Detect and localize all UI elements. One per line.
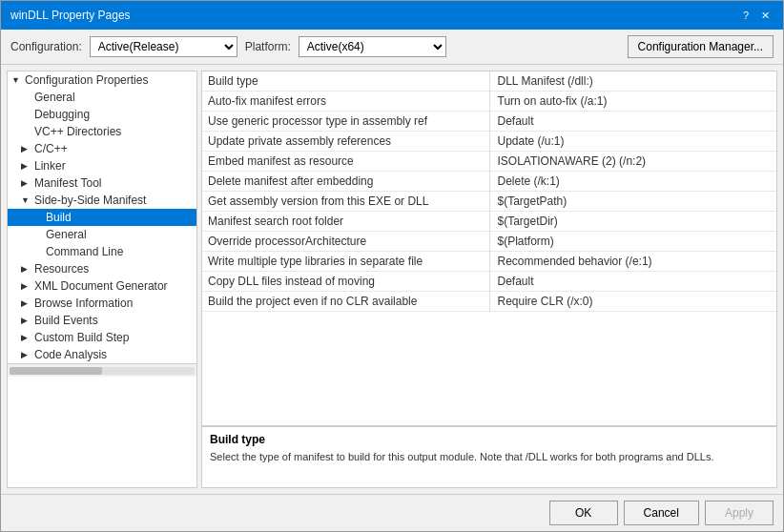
table-row[interactable]: Embed manifest as resourceISOLATIONAWARE… bbox=[202, 152, 776, 172]
ok-button[interactable]: OK bbox=[549, 501, 618, 525]
tree-label-config-props: Configuration Properties bbox=[25, 73, 148, 87]
tree-item-build-events[interactable]: ▶Build Events bbox=[8, 312, 196, 329]
table-row[interactable]: Get assembly version from this EXE or DL… bbox=[202, 192, 776, 212]
prop-name-2: Use generic processor type in assembly r… bbox=[202, 112, 489, 132]
table-row[interactable]: Use generic processor type in assembly r… bbox=[202, 112, 776, 132]
tree-item-debugging[interactable]: Debugging bbox=[8, 106, 196, 123]
tree-label-command-line: Command Line bbox=[46, 245, 123, 258]
prop-value-7: $(TargetDir) bbox=[489, 212, 776, 232]
platform-label: Platform: bbox=[245, 40, 291, 53]
tree-label-resources: Resources bbox=[34, 262, 89, 276]
prop-value-5: Delete (/k:1) bbox=[489, 172, 776, 192]
tree-item-code-analysis[interactable]: ▶Code Analysis bbox=[8, 346, 196, 363]
bottom-bar: OK Cancel Apply bbox=[1, 494, 783, 531]
tree-label-debugging: Debugging bbox=[34, 108, 90, 121]
hscroll-thumb bbox=[10, 367, 102, 375]
config-manager-button[interactable]: Configuration Manager... bbox=[628, 35, 774, 58]
tree-item-config-props[interactable]: ▼Configuration Properties bbox=[8, 72, 196, 89]
tree-arrow-manifest-tool: ▶ bbox=[21, 178, 32, 188]
tree-arrow-linker: ▶ bbox=[21, 161, 32, 171]
tree-arrow-xml-doc: ▶ bbox=[21, 281, 32, 291]
table-row[interactable]: Write multiple type libraries in separat… bbox=[202, 252, 776, 272]
prop-name-4: Embed manifest as resource bbox=[202, 152, 489, 172]
table-row[interactable]: Manifest search root folder$(TargetDir) bbox=[202, 212, 776, 232]
prop-name-3: Update private assembly references bbox=[202, 132, 489, 152]
help-button[interactable]: ? bbox=[737, 7, 754, 24]
tree-item-custom-build[interactable]: ▶Custom Build Step bbox=[8, 329, 196, 346]
title-bar-buttons: ? ✕ bbox=[737, 7, 774, 24]
tree-arrow-code-analysis: ▶ bbox=[21, 350, 32, 359]
table-row[interactable]: Build the project even if no CLR availab… bbox=[202, 292, 776, 312]
prop-name-10: Copy DLL files instead of moving bbox=[202, 272, 489, 292]
main-content: ▼Configuration PropertiesGeneralDebuggin… bbox=[1, 65, 783, 494]
prop-value-6: $(TargetPath) bbox=[489, 192, 776, 212]
tree-item-resources[interactable]: ▶Resources bbox=[8, 260, 196, 277]
config-label: Configuration: bbox=[10, 40, 82, 53]
tree-scroll-inner[interactable]: ▼Configuration PropertiesGeneralDebuggin… bbox=[8, 72, 196, 363]
tree-hscroll[interactable] bbox=[8, 363, 196, 377]
tree-arrow-build-events: ▶ bbox=[21, 316, 32, 325]
description-text: Select the type of manifest to build for… bbox=[210, 450, 769, 464]
tree-arrow-side-by-side: ▼ bbox=[21, 195, 32, 205]
prop-name-6: Get assembly version from this EXE or DL… bbox=[202, 192, 489, 212]
tree-arrow-config-props: ▼ bbox=[11, 75, 23, 85]
tree-label-cpp: C/C++ bbox=[34, 142, 68, 155]
table-row[interactable]: Build typeDLL Manifest (/dll:) bbox=[202, 72, 776, 92]
tree-item-manifest-tool[interactable]: ▶Manifest Tool bbox=[8, 174, 196, 192]
cancel-button[interactable]: Cancel bbox=[624, 501, 699, 525]
properties-body: Build typeDLL Manifest (/dll:)Auto-fix m… bbox=[202, 72, 776, 312]
tree-arrow-resources: ▶ bbox=[21, 264, 32, 274]
prop-value-11: Require CLR (/x:0) bbox=[489, 292, 776, 312]
tree-arrow-cpp: ▶ bbox=[21, 144, 32, 153]
properties-table[interactable]: Build typeDLL Manifest (/dll:)Auto-fix m… bbox=[202, 72, 776, 425]
tree-item-cpp[interactable]: ▶C/C++ bbox=[8, 140, 196, 157]
tree-panel: ▼Configuration PropertiesGeneralDebuggin… bbox=[7, 71, 197, 488]
configuration-select[interactable]: Active(Release) bbox=[90, 36, 237, 57]
title-bar: winDLL Property Pages ? ✕ bbox=[1, 1, 783, 30]
platform-select[interactable]: Active(x64) bbox=[299, 36, 446, 57]
tree-item-linker[interactable]: ▶Linker bbox=[8, 157, 196, 174]
tree-item-build[interactable]: Build bbox=[8, 209, 196, 226]
prop-name-5: Delete manifest after embedding bbox=[202, 172, 489, 192]
tree-item-browse-info[interactable]: ▶Browse Information bbox=[8, 295, 196, 312]
apply-button[interactable]: Apply bbox=[705, 501, 774, 525]
tree-label-custom-build: Custom Build Step bbox=[34, 331, 129, 344]
prop-name-7: Manifest search root folder bbox=[202, 212, 489, 232]
dialog-window: winDLL Property Pages ? ✕ Configuration:… bbox=[0, 0, 784, 532]
tree-label-build: Build bbox=[46, 211, 72, 224]
tree-item-side-by-side[interactable]: ▼Side-by-Side Manifest bbox=[8, 192, 196, 209]
prop-value-1: Turn on auto-fix (/a:1) bbox=[489, 92, 776, 112]
description-panel: Build type Select the type of manifest t… bbox=[202, 425, 776, 487]
close-button[interactable]: ✕ bbox=[756, 7, 774, 24]
tree-item-command-line[interactable]: Command Line bbox=[8, 243, 196, 260]
tree-item-xml-doc[interactable]: ▶XML Document Generator bbox=[8, 277, 196, 295]
table-row[interactable]: Delete manifest after embeddingDelete (/… bbox=[202, 172, 776, 192]
table-row[interactable]: Override processorArchitecture$(Platform… bbox=[202, 232, 776, 252]
tree-item-general2[interactable]: General bbox=[8, 226, 196, 243]
tree-item-general[interactable]: General bbox=[8, 89, 196, 106]
prop-value-9: Recommended behavior (/e:1) bbox=[489, 252, 776, 272]
prop-value-10: Default bbox=[489, 272, 776, 292]
prop-value-0: DLL Manifest (/dll:) bbox=[489, 72, 776, 92]
prop-value-8: $(Platform) bbox=[489, 232, 776, 252]
tree-container: ▼Configuration PropertiesGeneralDebuggin… bbox=[8, 72, 196, 363]
properties-grid: Build typeDLL Manifest (/dll:)Auto-fix m… bbox=[202, 72, 776, 312]
prop-name-9: Write multiple type libraries in separat… bbox=[202, 252, 489, 272]
tree-label-linker: Linker bbox=[34, 159, 66, 173]
table-row[interactable]: Update private assembly referencesUpdate… bbox=[202, 132, 776, 152]
tree-arrow-custom-build: ▶ bbox=[21, 333, 32, 342]
dialog-title: winDLL Property Pages bbox=[10, 9, 131, 22]
prop-name-11: Build the project even if no CLR availab… bbox=[202, 292, 489, 312]
tree-label-code-analysis: Code Analysis bbox=[34, 348, 107, 361]
table-row[interactable]: Auto-fix manifest errorsTurn on auto-fix… bbox=[202, 92, 776, 112]
tree-label-general: General bbox=[34, 91, 75, 104]
description-title: Build type bbox=[210, 433, 769, 446]
table-row[interactable]: Copy DLL files instead of movingDefault bbox=[202, 272, 776, 292]
prop-value-3: Update (/u:1) bbox=[489, 132, 776, 152]
tree-label-xml-doc: XML Document Generator bbox=[34, 279, 168, 293]
tree-label-browse-info: Browse Information bbox=[34, 297, 133, 310]
properties-panel: Build typeDLL Manifest (/dll:)Auto-fix m… bbox=[201, 71, 777, 488]
toolbar: Configuration: Active(Release) Platform:… bbox=[1, 30, 783, 65]
tree-label-build-events: Build Events bbox=[34, 314, 98, 327]
tree-item-vc-dirs[interactable]: VC++ Directories bbox=[8, 123, 196, 140]
